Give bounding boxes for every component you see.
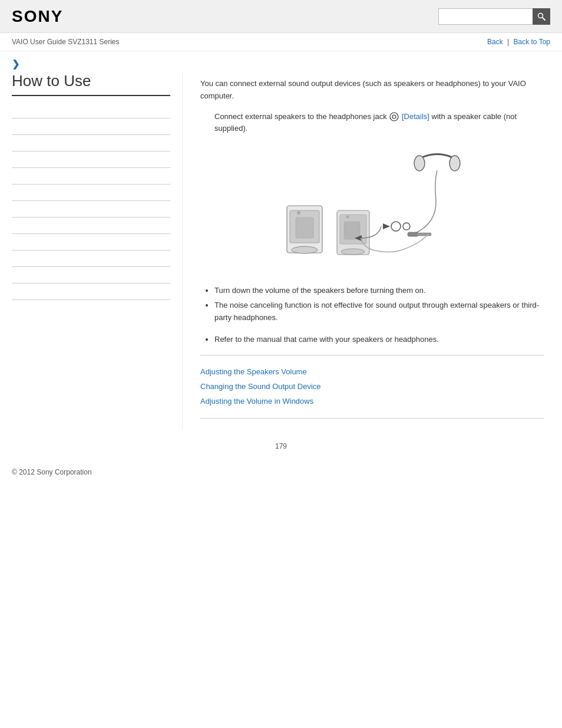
list-item[interactable] [12,151,170,168]
related-link-3[interactable]: Adjusting the Volume in Windows [200,394,544,409]
search-box [438,8,550,25]
svg-point-7 [297,211,300,215]
list-item[interactable] [12,218,170,234]
related-link-1[interactable]: Adjusting the Speakers Volume [200,365,544,380]
guide-title: VAIO User Guide SVZ1311 Series [12,38,120,46]
list-item[interactable] [12,168,170,185]
sub-header: VAIO User Guide SVZ1311 Series Back | Ba… [0,33,562,51]
warning-section: Turn down the volume of the speakers bef… [200,285,544,324]
list-item[interactable] [12,201,170,218]
search-input[interactable] [438,8,533,25]
svg-point-11 [341,249,365,255]
header: SONY [0,0,562,33]
speakers-illustration [254,147,490,271]
svg-point-19 [391,222,401,231]
search-icon [537,12,546,21]
details-link[interactable]: [Details] [402,112,429,121]
svg-point-6 [292,246,318,253]
list-item[interactable] [12,135,170,151]
note-list: Refer to the manual that came with your … [200,334,544,346]
warning-item-2: The noise canceling function is not effe… [214,299,544,324]
sidebar: How to Use [0,72,183,430]
content-intro: You can connect external sound output de… [200,78,544,103]
copyright: © 2012 Sony Corporation [12,468,92,476]
svg-rect-8 [296,218,313,238]
illustration-container [200,147,544,271]
warning-list: Turn down the volume of the speakers bef… [200,285,544,324]
search-button[interactable] [533,8,550,25]
svg-rect-13 [344,222,360,239]
list-item[interactable] [12,102,170,118]
content-area: You can connect external sound output de… [183,72,562,430]
note-item-1: Refer to the manual that came with your … [214,334,544,346]
nav-links: Back | Back to Top [487,38,550,46]
note-text: Connect external speakers to the headpho… [214,112,389,121]
list-item[interactable] [12,284,170,300]
list-item[interactable] [12,185,170,201]
list-item[interactable] [12,234,170,251]
svg-point-15 [449,156,460,171]
main-layout: How to Use You can connect external soun… [0,72,562,430]
back-to-top-link[interactable]: Back to Top [514,38,550,46]
breadcrumb-arrow: ❯ [12,59,19,69]
svg-point-3 [392,115,396,118]
page-number: 179 [0,430,562,456]
list-item[interactable] [12,251,170,267]
list-item[interactable] [12,118,170,135]
list-item[interactable] [12,267,170,284]
svg-point-12 [346,216,349,219]
svg-point-2 [390,113,398,121]
svg-marker-18 [383,223,390,229]
note-section: Refer to the manual that came with your … [200,334,544,346]
related-link-2[interactable]: Changing the Sound Output Device [200,380,544,394]
svg-point-14 [414,156,425,171]
svg-point-20 [403,223,410,230]
content-note: Connect external speakers to the headpho… [214,111,544,136]
back-link[interactable]: Back [487,38,503,46]
sony-logo: SONY [12,7,63,26]
svg-rect-17 [416,233,431,236]
sidebar-title: How to Use [12,72,170,96]
headphone-jack-icon [389,111,399,122]
nav-separator: | [507,38,509,46]
svg-line-1 [543,17,545,19]
related-links-section: Adjusting the Speakers Volume Changing t… [200,355,544,419]
footer: © 2012 Sony Corporation [0,456,562,482]
breadcrumb-section: ❯ [0,51,562,72]
warning-item-1: Turn down the volume of the speakers bef… [214,285,544,297]
